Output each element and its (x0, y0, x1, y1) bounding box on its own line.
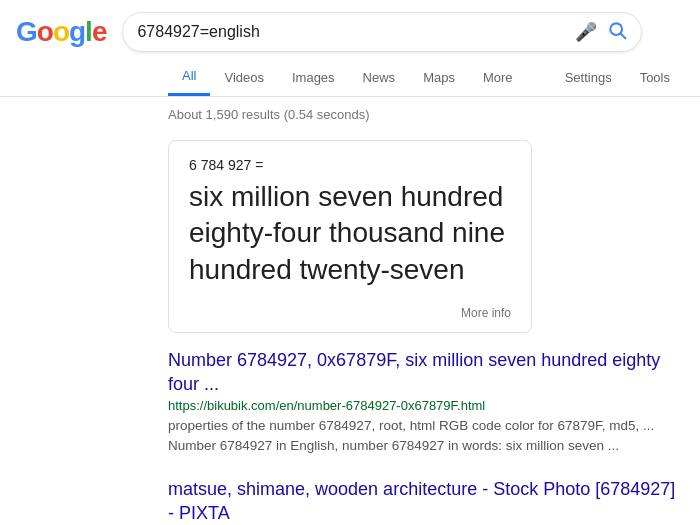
svg-line-1 (621, 33, 626, 38)
nav-item-more[interactable]: More (469, 60, 527, 95)
search-bar: 🎤 (122, 12, 642, 52)
nav-item-tools[interactable]: Tools (626, 60, 684, 95)
snippet-label: 6 784 927 = (189, 157, 511, 173)
result-title[interactable]: Number 6784927, 0x67879F, six million se… (168, 349, 684, 396)
search-input[interactable] (137, 23, 567, 41)
nav-item-images[interactable]: Images (278, 60, 349, 95)
search-results: Number 6784927, 0x67879F, six million se… (0, 349, 700, 525)
search-icon[interactable] (607, 20, 627, 45)
nav-item-maps[interactable]: Maps (409, 60, 469, 95)
featured-snippet: 6 784 927 = six million seven hundred ei… (168, 140, 532, 333)
nav-item-videos[interactable]: Videos (210, 60, 278, 95)
more-info: More info (189, 300, 511, 324)
result-item: Number 6784927, 0x67879F, six million se… (168, 349, 684, 456)
result-url-text: https://bikubik.com/en/number-6784927-0x… (168, 398, 485, 413)
logo-text: Google (16, 16, 106, 48)
result-item: matsue, shimane, wooden architecture - S… (168, 478, 684, 525)
result-snippet: properties of the number 6784927, root, … (168, 416, 684, 457)
google-logo: Google (16, 16, 106, 48)
nav-item-all[interactable]: All (168, 58, 210, 96)
mic-icon[interactable]: 🎤 (575, 21, 597, 43)
header: Google 🎤 (0, 0, 700, 52)
nav-bar: All Videos Images News Maps More Setting… (0, 52, 700, 97)
nav-right: Settings Tools (551, 60, 700, 95)
results-count: About 1,590 results (0.54 seconds) (0, 97, 700, 132)
nav-item-news[interactable]: News (349, 60, 410, 95)
snippet-result: six million seven hundred eighty-four th… (189, 179, 511, 288)
nav-item-settings[interactable]: Settings (551, 60, 626, 95)
search-icons: 🎤 (575, 20, 627, 45)
more-info-link[interactable]: More info (461, 306, 511, 320)
result-title[interactable]: matsue, shimane, wooden architecture - S… (168, 478, 684, 525)
result-url: https://bikubik.com/en/number-6784927-0x… (168, 398, 684, 413)
